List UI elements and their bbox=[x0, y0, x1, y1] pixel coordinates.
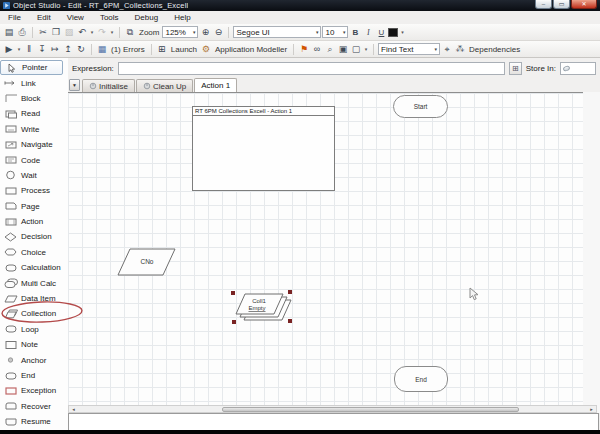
chevron-down-icon[interactable]: ▾ bbox=[89, 29, 95, 35]
zoom-out-icon[interactable]: ⊖ bbox=[212, 26, 224, 39]
tool-wait[interactable]: Wait bbox=[0, 168, 68, 183]
tool-label: Resume bbox=[21, 417, 51, 426]
paste-icon[interactable]: ▨ bbox=[63, 26, 75, 39]
menu-view[interactable]: View bbox=[59, 11, 92, 24]
outline-view-icon[interactable]: ▢ bbox=[350, 43, 362, 56]
chevron-down-icon[interactable]: ▾ bbox=[16, 46, 22, 52]
tool-end[interactable]: End bbox=[0, 368, 68, 383]
tool-anchor[interactable]: Anchor bbox=[0, 352, 68, 367]
cut-icon[interactable]: ✂ bbox=[37, 26, 49, 39]
step-out-icon[interactable]: ↥ bbox=[62, 43, 74, 56]
launch-icon[interactable]: ⊞ bbox=[156, 43, 168, 56]
tool-label: Collection bbox=[21, 309, 56, 318]
end-node[interactable]: End bbox=[394, 366, 448, 392]
data-item-icon bbox=[562, 64, 570, 71]
scrollbar-thumb[interactable] bbox=[222, 407, 519, 412]
application-modeller-icon[interactable]: ⚙ bbox=[200, 43, 212, 56]
menu-tools[interactable]: Tools bbox=[92, 11, 127, 24]
tool-data-item[interactable]: Data Item bbox=[0, 291, 68, 306]
zoom-select[interactable]: 125%▾ bbox=[162, 26, 198, 38]
tool-pointer[interactable]: Pointer bbox=[0, 60, 63, 75]
export-page-icon[interactable]: ⧉ bbox=[124, 26, 136, 39]
find-text-select[interactable]: Find Text▾ bbox=[378, 43, 440, 55]
flow-canvas[interactable]: RT 6PM Collections Excell - Action 1 Sta… bbox=[68, 92, 583, 405]
font-size-select[interactable]: 10▾ bbox=[322, 26, 348, 38]
tab-initialise[interactable]: Initialise bbox=[82, 79, 135, 92]
find-next-icon[interactable]: ⌖ bbox=[441, 43, 453, 56]
data-item-node[interactable]: CNo bbox=[117, 248, 177, 277]
copy-icon[interactable]: ❐ bbox=[50, 26, 62, 39]
dependencies-icon[interactable]: ⁂ bbox=[454, 43, 466, 56]
collection-name-label: Coll1 bbox=[252, 298, 266, 304]
tool-write[interactable]: Write bbox=[0, 122, 68, 137]
scroll-right-arrow[interactable]: ▸ bbox=[587, 406, 596, 412]
toolbar-separator bbox=[91, 44, 92, 55]
menu-file[interactable]: File bbox=[0, 11, 29, 24]
tool-multi-calc[interactable]: Multi Calc bbox=[0, 275, 68, 290]
store-in-input[interactable] bbox=[560, 62, 596, 75]
tool-navigate[interactable]: Navigate bbox=[0, 137, 68, 152]
expression-editor-button[interactable]: ⊞ bbox=[509, 62, 522, 75]
step-in-icon[interactable]: ↧ bbox=[36, 43, 48, 56]
play-icon[interactable]: ▶ bbox=[3, 43, 15, 56]
font-family-select[interactable]: Segoe UI▾ bbox=[233, 26, 321, 38]
tool-exception[interactable]: Exception bbox=[0, 383, 68, 398]
bold-button[interactable]: B bbox=[349, 26, 361, 39]
tab-clean-up[interactable]: Clean Up bbox=[136, 79, 193, 92]
grid-view-icon[interactable]: ▣ bbox=[337, 43, 349, 56]
tool-resume[interactable]: Resume bbox=[0, 414, 68, 429]
step-over-icon[interactable]: ↦ bbox=[49, 43, 61, 56]
tool-label: Page bbox=[21, 202, 40, 211]
print-icon[interactable]: ⎙ bbox=[16, 26, 28, 39]
screen-edge bbox=[0, 430, 600, 434]
horizontal-scrollbar[interactable]: ◂ ▸ bbox=[68, 405, 597, 413]
search-icon[interactable]: ⌕ bbox=[324, 43, 336, 56]
tool-block[interactable]: Block bbox=[0, 91, 68, 106]
tool-choice[interactable]: Choice bbox=[0, 245, 68, 260]
italic-button[interactable]: I bbox=[362, 26, 374, 39]
menu-edit[interactable]: Edit bbox=[29, 11, 59, 24]
flag-icon[interactable]: ⚑ bbox=[298, 43, 310, 56]
tool-calculation[interactable]: Calculation bbox=[0, 260, 68, 275]
tool-process[interactable]: Process bbox=[0, 183, 68, 198]
tool-loop[interactable]: Loop bbox=[0, 322, 68, 337]
tool-link[interactable]: Link bbox=[0, 75, 68, 90]
save-icon[interactable]: ▤ bbox=[3, 26, 15, 39]
chevron-down-icon[interactable]: ▾ bbox=[109, 29, 115, 35]
menu-debug[interactable]: Debug bbox=[127, 11, 167, 24]
tool-label: Choice bbox=[21, 248, 46, 257]
font-color-button[interactable] bbox=[388, 28, 398, 37]
redo-icon[interactable]: ↷ bbox=[96, 26, 108, 39]
choice-icon bbox=[4, 247, 18, 257]
underline-button[interactable]: U bbox=[375, 26, 387, 39]
end-node-label: End bbox=[415, 376, 427, 383]
undo-icon[interactable]: ↶ bbox=[76, 26, 88, 39]
tool-recover[interactable]: Recover bbox=[0, 399, 68, 414]
validation-icon[interactable]: ▦ bbox=[96, 43, 108, 56]
maximize-button[interactable]: ▭ bbox=[553, 0, 570, 9]
zoom-in-icon[interactable]: ⊕ bbox=[199, 26, 211, 39]
tab-action-1[interactable]: Action 1 bbox=[194, 78, 237, 92]
action-stage-box[interactable]: RT 6PM Collections Excell - Action 1 bbox=[192, 106, 335, 191]
collection-node[interactable]: Coll1 Empty bbox=[230, 289, 296, 325]
tool-action[interactable]: Action bbox=[0, 214, 68, 229]
reset-icon[interactable]: ↻ bbox=[75, 43, 87, 56]
link-mode-icon[interactable]: ∞ bbox=[311, 43, 323, 56]
chevron-down-icon[interactable]: ▾ bbox=[399, 29, 405, 35]
pause-icon[interactable]: ‖ bbox=[23, 43, 35, 56]
close-button[interactable]: ✕ bbox=[571, 0, 597, 9]
tool-decision[interactable]: Decision bbox=[0, 229, 68, 244]
scroll-left-arrow[interactable]: ◂ bbox=[69, 406, 78, 412]
tool-code[interactable]: Code bbox=[0, 152, 68, 167]
tab-list-dropdown[interactable]: ▼ bbox=[69, 79, 80, 91]
expression-input[interactable] bbox=[118, 62, 505, 75]
tool-collection[interactable]: Collection bbox=[0, 306, 68, 321]
tool-note[interactable]: Note bbox=[0, 337, 68, 352]
tool-read[interactable]: Read bbox=[0, 106, 68, 121]
start-node[interactable]: Start bbox=[393, 95, 448, 118]
tool-page[interactable]: Page bbox=[0, 199, 68, 214]
menu-help[interactable]: Help bbox=[166, 11, 198, 24]
minimize-button[interactable]: – bbox=[535, 0, 552, 9]
block-icon bbox=[4, 93, 18, 103]
chevron-down-icon[interactable]: ▾ bbox=[363, 46, 369, 52]
